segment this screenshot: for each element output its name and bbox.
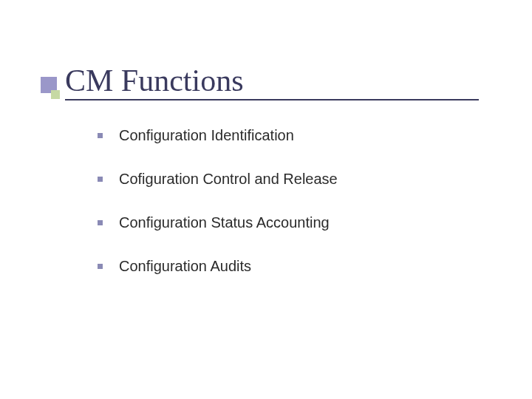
bullet-text: Configuration Audits (119, 258, 251, 275)
accent-square-icon (41, 77, 60, 96)
list-item: Configuration Status Accounting (98, 214, 532, 231)
bullet-list: Configuration Identification Cofiguratio… (98, 127, 532, 275)
list-item: Configuration Audits (98, 258, 532, 275)
list-item: Configuration Identification (98, 127, 532, 144)
title-underline (65, 99, 479, 100)
bullet-text: Configuration Identification (119, 127, 294, 144)
list-item: Cofiguration Control and Release (98, 171, 532, 188)
slide: CM Functions Configuration Identificatio… (0, 0, 532, 399)
bullet-text: Cofiguration Control and Release (119, 171, 338, 188)
title-row: CM Functions (44, 65, 532, 96)
bullet-marker-icon (98, 133, 103, 138)
bullet-text: Configuration Status Accounting (119, 214, 330, 231)
bullet-marker-icon (98, 177, 103, 182)
bullet-marker-icon (98, 264, 103, 269)
bullet-marker-icon (98, 220, 103, 225)
slide-title: CM Functions (65, 65, 244, 96)
